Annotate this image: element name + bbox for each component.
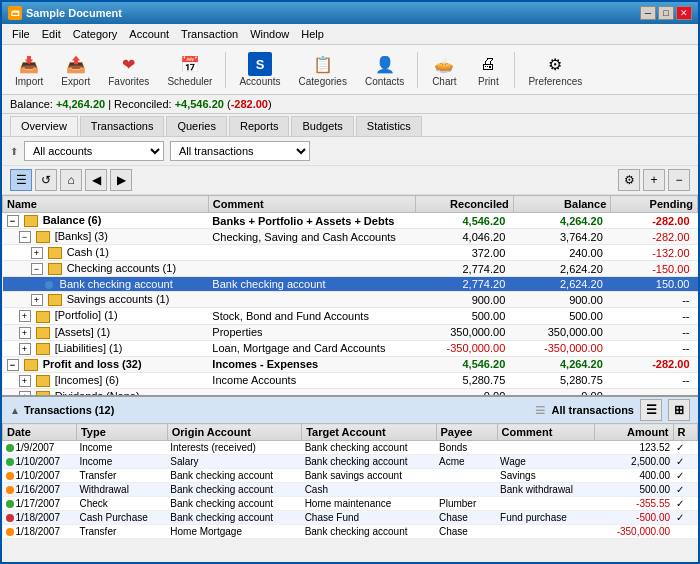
tab-queries[interactable]: Queries: [166, 116, 227, 136]
transactions-filter[interactable]: All transactions: [170, 141, 310, 161]
trans-amount: -355.55: [595, 497, 673, 511]
trans-r: ✓: [673, 483, 697, 497]
transaction-row[interactable]: 1/10/2007 Transfer Bank checking account…: [3, 469, 698, 483]
expand-icon[interactable]: −: [19, 231, 31, 243]
expand-icon[interactable]: +: [31, 247, 43, 259]
expand-icon[interactable]: +: [19, 310, 31, 322]
table-row-selected[interactable]: Bank checking account Bank checking acco…: [3, 277, 698, 292]
contacts-button[interactable]: 👤 Contacts: [358, 49, 411, 90]
transaction-row[interactable]: 1/18/2007 Transfer Home Mortgage Bank ch…: [3, 525, 698, 539]
settings-button[interactable]: ⚙: [618, 169, 640, 191]
tab-bar: Overview Transactions Queries Reports Bu…: [2, 114, 698, 137]
refresh-button[interactable]: ↺: [35, 169, 57, 191]
toolbar-separator-3: [514, 52, 515, 88]
import-button[interactable]: 📥 Import: [8, 49, 50, 90]
collapse-button[interactable]: ⬆: [10, 146, 18, 157]
table-row[interactable]: + [Incomes] (6) Income Accounts 5,280.75…: [3, 372, 698, 388]
folder-icon: [36, 327, 50, 339]
trans-r: ✓: [673, 469, 697, 483]
scheduler-button[interactable]: 📅 Scheduler: [160, 49, 219, 90]
table-row[interactable]: − Balance (6) Banks + Portfolio + Assets…: [3, 213, 698, 229]
transaction-row[interactable]: 1/16/2007 Withdrawal Bank checking accou…: [3, 483, 698, 497]
folder-icon: [36, 343, 50, 355]
chart-button[interactable]: 🥧 Chart: [424, 49, 464, 90]
tab-overview[interactable]: Overview: [10, 116, 78, 136]
expand-icon[interactable]: −: [31, 263, 43, 275]
add-button[interactable]: +: [643, 169, 665, 191]
tab-transactions[interactable]: Transactions: [80, 116, 165, 136]
tab-statistics[interactable]: Statistics: [356, 116, 422, 136]
transactions-expand-icon[interactable]: ▲: [10, 405, 20, 416]
trans-r: ✓: [673, 455, 697, 469]
row-name-text: Cash (1): [67, 246, 109, 258]
favorites-button[interactable]: ❤ Favorites: [101, 49, 156, 90]
transactions-list-view[interactable]: ☰: [640, 399, 662, 421]
table-row[interactable]: + [Portfolio] (1) Stock, Bond and Fund A…: [3, 308, 698, 324]
accounts-filter[interactable]: All accounts: [24, 141, 164, 161]
expand-icon[interactable]: +: [19, 343, 31, 355]
tab-reports[interactable]: Reports: [229, 116, 290, 136]
trans-comment: Fund purchase: [497, 511, 595, 525]
trans-comment: Savings: [497, 469, 595, 483]
menu-transaction[interactable]: Transaction: [175, 26, 244, 42]
col-reconciled: Reconciled: [416, 196, 514, 213]
categories-button[interactable]: 📋 Categories: [292, 49, 354, 90]
transactions-grid-view[interactable]: ⊞: [668, 399, 690, 421]
col-pending: Pending: [611, 196, 698, 213]
menu-edit[interactable]: Edit: [36, 26, 67, 42]
transaction-row[interactable]: 1/17/2007 Check Bank checking account Ho…: [3, 497, 698, 511]
expand-icon[interactable]: −: [7, 215, 19, 227]
row-name-text: [Incomes] (6): [55, 374, 119, 386]
remove-button[interactable]: −: [668, 169, 690, 191]
table-row[interactable]: + [Assets] (1) Properties 350,000.00 350…: [3, 324, 698, 340]
print-icon: 🖨: [476, 52, 500, 76]
menu-help[interactable]: Help: [295, 26, 330, 42]
trans-target: Home maintenance: [302, 497, 436, 511]
preferences-button[interactable]: ⚙ Preferences: [521, 49, 589, 90]
accounts-button[interactable]: S Accounts: [232, 49, 287, 90]
print-button[interactable]: 🖨 Print: [468, 49, 508, 90]
trans-col-amount: Amount: [595, 424, 673, 441]
back-button[interactable]: ◀: [85, 169, 107, 191]
export-button[interactable]: 📤 Export: [54, 49, 97, 90]
contacts-icon: 👤: [373, 52, 397, 76]
trans-type: Income: [76, 441, 167, 455]
transaction-row[interactable]: 1/18/2007 Cash Purchase Bank checking ac…: [3, 511, 698, 525]
table-row[interactable]: + [Liabilities] (1) Loan, Mortgage and C…: [3, 340, 698, 356]
transaction-row[interactable]: 1/9/2007 Income Interests (received) Ban…: [3, 441, 698, 455]
home-button[interactable]: ⌂: [60, 169, 82, 191]
close-button[interactable]: ✕: [676, 6, 692, 20]
trans-origin: Bank checking account: [167, 469, 301, 483]
expand-icon[interactable]: +: [19, 327, 31, 339]
menu-file[interactable]: File: [6, 26, 36, 42]
row-name: + [Liabilities] (1): [3, 340, 209, 356]
row-reconciled: 2,774.20: [416, 261, 514, 277]
expand-icon[interactable]: −: [7, 359, 19, 371]
row-balance: 2,624.20: [513, 261, 611, 277]
tab-budgets[interactable]: Budgets: [291, 116, 353, 136]
maximize-button[interactable]: □: [658, 6, 674, 20]
table-row[interactable]: + Cash (1) 372.00 240.00 -132.00: [3, 245, 698, 261]
trans-col-payee: Payee: [436, 424, 497, 441]
trans-type: Withdrawal: [76, 483, 167, 497]
menu-account[interactable]: Account: [123, 26, 175, 42]
account-bullet: [45, 281, 53, 289]
table-row[interactable]: − [Banks] (3) Checking, Saving and Cash …: [3, 229, 698, 245]
app-icon: 🗃: [8, 6, 22, 20]
row-comment: [208, 292, 415, 308]
expand-icon[interactable]: +: [31, 294, 43, 306]
list-view-button[interactable]: ☰: [10, 169, 32, 191]
menu-window[interactable]: Window: [244, 26, 295, 42]
trans-payee: Plumber: [436, 497, 497, 511]
menu-category[interactable]: Category: [67, 26, 124, 42]
expand-icon[interactable]: +: [19, 375, 31, 387]
table-row[interactable]: + Savings accounts (1) 900.00 900.00 --: [3, 292, 698, 308]
forward-button[interactable]: ▶: [110, 169, 132, 191]
minimize-button[interactable]: ─: [640, 6, 656, 20]
row-reconciled: 350,000.00: [416, 324, 514, 340]
trans-target: Bank checking account: [302, 525, 436, 539]
transaction-row[interactable]: 1/10/2007 Income Salary Bank checking ac…: [3, 455, 698, 469]
table-row[interactable]: − Profit and loss (32) Incomes - Expense…: [3, 356, 698, 372]
row-name-text: Bank checking account: [60, 278, 173, 290]
table-row[interactable]: − Checking accounts (1) 2,774.20 2,624.2…: [3, 261, 698, 277]
